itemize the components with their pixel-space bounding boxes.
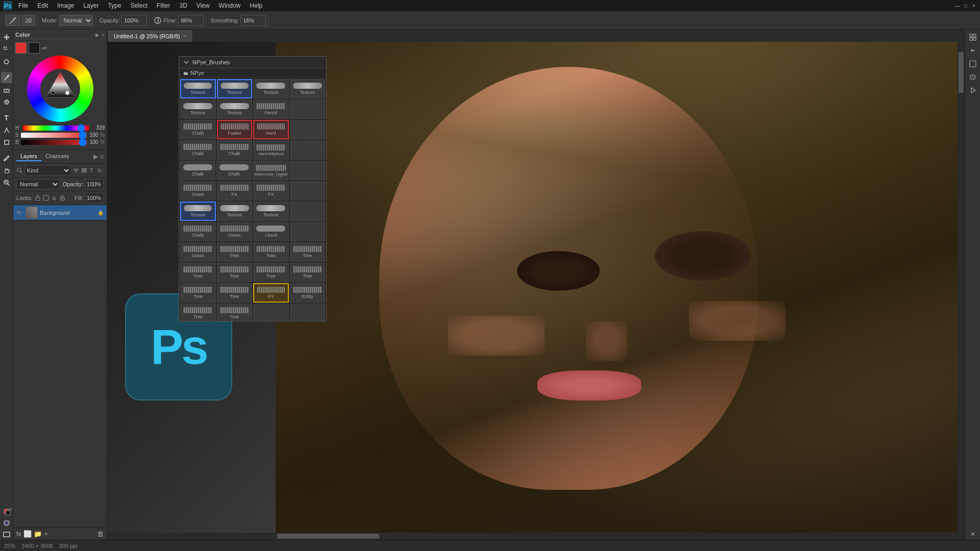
menu-3d[interactable]: 3D bbox=[175, 1, 191, 10]
brush-cell-chalk-5[interactable]: Chalk bbox=[216, 161, 252, 180]
document-tab[interactable]: Untitled-1 @ 25% (RGB/8) × bbox=[107, 30, 193, 42]
menu-layer[interactable]: Layer bbox=[79, 1, 103, 10]
pen-tool[interactable] bbox=[1, 124, 12, 136]
layers-tab[interactable]: Layers bbox=[16, 152, 41, 161]
hand-tool[interactable] bbox=[1, 165, 12, 176]
screen-mode-tool[interactable] bbox=[1, 529, 12, 540]
text-tool[interactable]: T bbox=[1, 112, 12, 123]
history-button[interactable] bbox=[967, 71, 978, 83]
new-layer-button[interactable]: + bbox=[44, 530, 48, 538]
brush-cell-tree-4[interactable]: Tree bbox=[180, 263, 216, 282]
brush-cell-faded[interactable]: Faded bbox=[217, 120, 253, 139]
brush-tool-button[interactable] bbox=[5, 15, 20, 26]
color-wheel[interactable] bbox=[27, 56, 93, 122]
brush-cell-tree-5[interactable]: Tree bbox=[217, 263, 253, 282]
brush-cell-cloud[interactable]: Cloud bbox=[253, 222, 289, 241]
brush-cell-tree-3[interactable]: Tree bbox=[290, 242, 326, 262]
horizontal-scrollbar-thumb[interactable] bbox=[277, 534, 379, 539]
brush-cell-tree-1[interactable]: Tree bbox=[217, 242, 253, 262]
layers-menu-icon[interactable]: ≡ bbox=[100, 153, 104, 160]
brush-cell-fx-1[interactable]: FX bbox=[217, 181, 253, 201]
close-button[interactable]: × bbox=[970, 2, 978, 10]
brush-cell-chalk-2[interactable]: Chalk bbox=[180, 140, 216, 160]
brush-cell-empty-3[interactable] bbox=[290, 140, 326, 160]
brush-cell-pencil[interactable]: Pencil bbox=[253, 99, 289, 119]
brush-cell-grass-3[interactable]: Grass bbox=[180, 242, 216, 262]
brush-panel-chevron[interactable] bbox=[183, 59, 189, 65]
brush-cell-texture-2[interactable]: Texture bbox=[217, 79, 253, 98]
brush-cell-tree-2[interactable]: Tree bbox=[253, 242, 289, 262]
menu-help[interactable]: Help bbox=[246, 1, 266, 10]
brush-cell-chalk-6[interactable]: Chalk bbox=[180, 222, 216, 241]
brush-size-button[interactable]: 20 bbox=[22, 15, 35, 26]
foreground-color[interactable] bbox=[15, 42, 27, 54]
menu-select[interactable]: Select bbox=[126, 1, 151, 10]
maximize-button[interactable]: □ bbox=[962, 2, 970, 10]
close-right-panel[interactable]: ✕ bbox=[967, 529, 978, 540]
move-tool[interactable] bbox=[1, 32, 12, 43]
smoothing-input[interactable] bbox=[240, 15, 266, 26]
brush-cell-grass-2[interactable]: Grass bbox=[217, 222, 253, 241]
brush-cell-empty-6[interactable] bbox=[290, 202, 326, 221]
brush-cell-texture-8[interactable]: Texture bbox=[217, 202, 253, 221]
vertical-scrollbar-thumb[interactable] bbox=[959, 52, 964, 93]
brush-cell-empty-8[interactable] bbox=[253, 304, 289, 321]
add-mask-button[interactable]: ⬜ bbox=[23, 530, 32, 538]
brush-cell-tree-8[interactable]: Tree bbox=[180, 283, 216, 303]
brightness-slider[interactable] bbox=[21, 140, 87, 145]
brush-cell-texture-9[interactable]: Texture bbox=[253, 202, 289, 221]
blend-mode-select[interactable]: Normal bbox=[16, 179, 60, 189]
layer-visibility-icon[interactable]: 👁 bbox=[16, 210, 23, 216]
styles-button[interactable] bbox=[967, 58, 978, 69]
brush-cell-grass-1[interactable]: Grass bbox=[180, 181, 216, 201]
actions-button[interactable] bbox=[967, 85, 978, 96]
delete-layer-button[interactable]: 🗑 bbox=[97, 530, 104, 538]
adjust-button[interactable] bbox=[967, 45, 978, 56]
new-group-button[interactable]: 📁 bbox=[34, 530, 42, 538]
eyedropper-tool[interactable] bbox=[1, 153, 12, 164]
brush-cell-hard[interactable]: Hard bbox=[253, 120, 289, 139]
brush-cell-tree-7[interactable]: Tree bbox=[290, 263, 326, 282]
brush-cell-texture-1[interactable]: Texture bbox=[180, 79, 216, 98]
fg-bg-colors[interactable]: ⇌ bbox=[1, 506, 12, 517]
swap-colors-icon[interactable]: ⇌ bbox=[42, 44, 47, 52]
brush-cell-texture-4[interactable]: Texture bbox=[290, 79, 326, 98]
lock-all-icon[interactable] bbox=[59, 195, 65, 201]
brush-cell-empty-4[interactable] bbox=[290, 161, 325, 180]
brush-tool[interactable] bbox=[1, 72, 12, 83]
zoom-tool[interactable] bbox=[1, 177, 12, 188]
brush-cell-hard-elliptical[interactable]: Hard Elliptical bbox=[253, 140, 289, 160]
brush-cell-empty-2[interactable] bbox=[290, 120, 326, 139]
brush-cell-texture-5[interactable]: Texture bbox=[180, 99, 216, 119]
menu-file[interactable]: File bbox=[14, 1, 32, 10]
color-panel-collapse[interactable]: ▶ bbox=[95, 32, 100, 38]
tab-close-button[interactable]: × bbox=[183, 33, 186, 39]
brush-cell-fx-2[interactable]: FX bbox=[253, 181, 289, 201]
add-layer-style-button[interactable]: fx bbox=[16, 530, 21, 538]
brush-cell-texture-7[interactable]: Texture bbox=[180, 202, 216, 221]
brush-cell-watercolor[interactable]: Watercolor_Digital bbox=[253, 161, 289, 180]
vertical-scrollbar[interactable] bbox=[958, 42, 965, 540]
menu-window[interactable]: Window bbox=[215, 1, 245, 10]
brush-cell-empty-1[interactable] bbox=[290, 99, 326, 119]
eraser-tool[interactable] bbox=[1, 84, 12, 95]
quick-mask-tool[interactable] bbox=[1, 517, 12, 529]
layers-kind-select[interactable]: Kind bbox=[24, 165, 71, 176]
brush-cell-tree-11[interactable]: Tree bbox=[217, 304, 253, 321]
lock-position-icon[interactable] bbox=[35, 195, 41, 201]
brush-cell-fx-yellow[interactable]: FX bbox=[253, 283, 289, 303]
fill-input[interactable] bbox=[85, 193, 104, 203]
opacity-input[interactable] bbox=[85, 179, 104, 189]
layers-collapse-icon[interactable]: ▶ bbox=[93, 153, 98, 160]
select-tool[interactable] bbox=[1, 44, 12, 55]
brush-cell-tree-10[interactable]: Tree bbox=[180, 304, 216, 321]
shape-tool[interactable] bbox=[1, 137, 12, 148]
brush-cell-entity[interactable]: Entity bbox=[290, 283, 326, 303]
brush-cell-texture-6[interactable]: Texture bbox=[217, 99, 253, 119]
brush-cell-tree-6[interactable]: Tree bbox=[253, 263, 289, 282]
brush-cell-texture-3[interactable]: Texture bbox=[253, 79, 289, 98]
properties-button[interactable] bbox=[967, 32, 978, 43]
menu-view[interactable]: View bbox=[192, 1, 214, 10]
mode-select[interactable]: Normal bbox=[59, 15, 93, 26]
lasso-tool[interactable] bbox=[1, 56, 12, 67]
